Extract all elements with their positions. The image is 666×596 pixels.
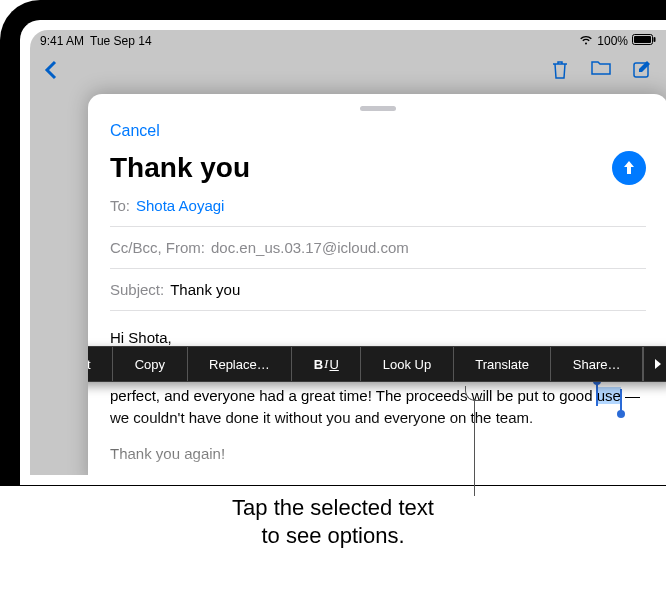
cc-label: Cc/Bcc, From: (110, 239, 205, 256)
menu-share[interactable]: Share… (551, 347, 643, 381)
selection-start-handle[interactable] (596, 384, 598, 406)
sheet-grabber[interactable] (360, 106, 396, 111)
svg-marker-4 (655, 359, 661, 369)
send-button[interactable] (612, 151, 646, 185)
to-value: Shota Aoyagi (136, 197, 224, 214)
to-field[interactable]: To: Shota Aoyagi (110, 185, 646, 227)
body-closing: Thank you again! (110, 443, 646, 465)
callout-text: Tap the selected text to see options. (0, 494, 666, 550)
ccbcc-field[interactable]: Cc/Bcc, From: doc.en_us.03.17@icloud.com (110, 227, 646, 269)
menu-replace[interactable]: Replace… (188, 347, 293, 381)
callout-leader (474, 400, 475, 496)
subject-field[interactable]: Subject: Thank you (110, 269, 646, 311)
to-label: To: (110, 197, 130, 214)
callout-line2: to see options. (0, 522, 666, 550)
callout-line1: Tap the selected text (0, 494, 666, 522)
selection-end-handle[interactable] (620, 389, 622, 411)
compose-sheet: Cancel Thank you To: Shota Aoyagi Cc/Bcc… (88, 94, 666, 475)
cc-value: doc.en_us.03.17@icloud.com (211, 239, 409, 256)
menu-more-icon[interactable] (643, 347, 666, 381)
menu-lookup[interactable]: Look Up (361, 347, 453, 381)
menu-translate[interactable]: Translate (454, 347, 552, 381)
menu-biu[interactable]: BIU (292, 347, 361, 381)
menu-copy[interactable]: Copy (113, 347, 187, 381)
subject-value: Thank you (170, 281, 240, 298)
text-selection[interactable]: use (597, 387, 621, 404)
cancel-button[interactable]: Cancel (110, 122, 160, 140)
text-edit-menu: Cut Copy Replace… BIU Look Up Translate … (88, 346, 666, 382)
email-body[interactable]: Hi Shota, Thanks so much for helping out… (110, 311, 646, 465)
selected-text: use (597, 387, 621, 404)
compose-title: Thank you (110, 152, 250, 184)
subject-label: Subject: (110, 281, 164, 298)
menu-cut[interactable]: Cut (88, 347, 113, 381)
